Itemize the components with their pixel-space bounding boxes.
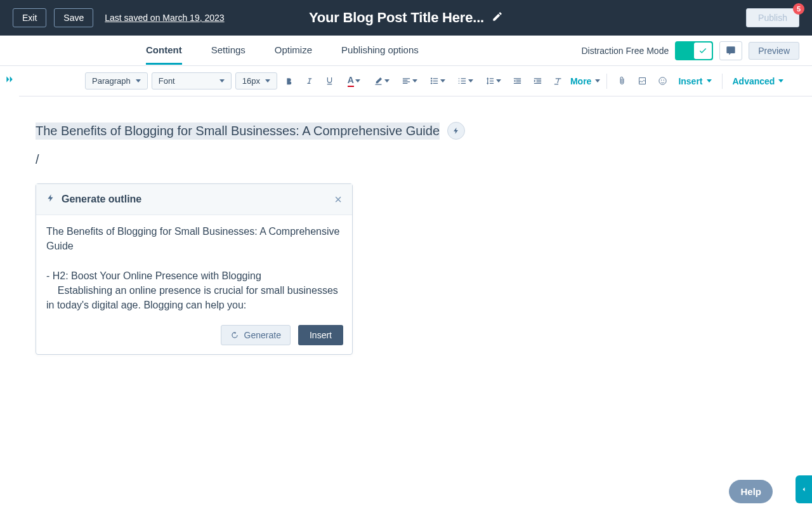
ai-assist-chip[interactable]	[447, 122, 465, 140]
distraction-free-toggle[interactable]	[675, 41, 713, 60]
editor-canvas[interactable]: The Benefits of Blogging for Small Busin…	[19, 96, 812, 515]
tab-bar: Content Settings Optimize Publishing opt…	[0, 36, 812, 66]
more-label: More	[570, 76, 591, 86]
save-button[interactable]: Save	[54, 8, 93, 27]
outline-body-title: The Benefits of Blogging for Small Busin…	[46, 224, 342, 253]
outline-body-text: - H2: Boost Your Online Presence with Bl…	[46, 268, 342, 313]
numbered-list-button[interactable]	[454, 72, 478, 90]
card-body: The Benefits of Blogging for Small Busin…	[36, 215, 352, 319]
publish-button[interactable]: Publish	[746, 8, 799, 27]
caret-icon	[384, 79, 390, 83]
top-bar: Exit Save Last saved on March 19, 2023 Y…	[0, 0, 812, 36]
generate-outline-card: Generate outline × The Benefits of Blogg…	[36, 183, 353, 355]
help-button[interactable]: Help	[729, 480, 773, 503]
exit-button[interactable]: Exit	[13, 8, 46, 27]
headline-row: The Benefits of Blogging for Small Busin…	[36, 122, 796, 140]
indent-button[interactable]	[530, 72, 546, 90]
top-right: Publish 5	[746, 8, 799, 27]
font-size-label: 16px	[242, 76, 260, 86]
tab-content[interactable]: Content	[146, 37, 182, 65]
lightning-icon	[46, 194, 55, 205]
distraction-free-label: Distraction Free Mode	[581, 46, 669, 56]
caret-icon	[412, 79, 417, 83]
caret-icon	[595, 79, 600, 83]
svg-point-4	[661, 80, 662, 81]
more-button[interactable]: More	[570, 76, 600, 86]
page-title[interactable]: Your Blog Post Title Here...	[309, 10, 484, 26]
caret-icon	[440, 79, 445, 83]
paragraph-style-select[interactable]: Paragraph	[85, 72, 148, 89]
caret-icon	[468, 79, 473, 83]
publish-badge: 5	[793, 3, 804, 15]
comments-button[interactable]	[719, 41, 742, 60]
editor-area: Paragraph Font 16px A	[0, 66, 812, 515]
title-wrap: Your Blog Post Title Here...	[309, 10, 503, 26]
outdent-button[interactable]	[509, 72, 526, 90]
svg-point-3	[659, 77, 666, 84]
last-saved-link[interactable]: Last saved on March 19, 2023	[105, 13, 224, 23]
advanced-menu-button[interactable]: Advanced	[729, 76, 788, 86]
font-label: Font	[159, 76, 175, 86]
tab-publishing-options[interactable]: Publishing options	[341, 37, 419, 65]
slash-command-trigger[interactable]: /	[36, 152, 796, 167]
close-icon[interactable]: ×	[334, 193, 342, 206]
toggle-handle	[694, 43, 712, 59]
caret-icon	[778, 79, 783, 83]
caret-icon	[265, 79, 270, 83]
font-select[interactable]: Font	[152, 72, 232, 89]
insert-menu-button[interactable]: Insert	[674, 76, 715, 86]
emoji-button[interactable]	[654, 72, 671, 90]
tabs: Content Settings Optimize Publishing opt…	[146, 37, 419, 65]
edit-title-icon[interactable]	[492, 11, 503, 25]
card-header: Generate outline ×	[36, 184, 352, 215]
align-button[interactable]	[398, 72, 422, 90]
svg-point-2	[431, 83, 433, 84]
card-title: Generate outline	[62, 194, 141, 205]
toolbar-divider	[606, 74, 607, 89]
advanced-label: Advanced	[733, 76, 775, 86]
insert-label: Insert	[678, 76, 702, 86]
generate-button[interactable]: Generate	[221, 325, 291, 345]
bullet-list-button[interactable]	[426, 72, 450, 90]
highlight-color-button[interactable]	[370, 72, 394, 90]
line-height-button[interactable]	[481, 72, 506, 90]
post-headline[interactable]: The Benefits of Blogging for Small Busin…	[36, 122, 440, 140]
tab-settings[interactable]: Settings	[211, 37, 246, 65]
paragraph-style-label: Paragraph	[92, 76, 131, 86]
editor-toolbar: Paragraph Font 16px A	[19, 66, 812, 96]
svg-point-0	[431, 78, 433, 80]
caret-icon	[136, 79, 141, 83]
insert-button[interactable]: Insert	[298, 325, 343, 345]
toolbar-divider	[722, 74, 723, 89]
clear-format-button[interactable]	[550, 72, 566, 90]
italic-button[interactable]	[301, 72, 318, 90]
svg-point-1	[431, 80, 433, 82]
preview-button[interactable]: Preview	[749, 42, 799, 60]
underline-button[interactable]	[322, 72, 338, 90]
caret-icon	[219, 79, 225, 83]
font-size-select[interactable]: 16px	[235, 72, 277, 89]
side-panel-open-icon[interactable]	[796, 475, 812, 503]
generate-label: Generate	[244, 330, 281, 340]
bold-button[interactable]	[281, 72, 298, 90]
tab-optimize[interactable]: Optimize	[275, 37, 312, 65]
attachment-button[interactable]	[613, 72, 630, 90]
expand-panel-icon[interactable]	[0, 70, 19, 89]
caret-icon	[707, 79, 712, 83]
svg-point-5	[664, 80, 665, 81]
image-button[interactable]	[634, 72, 650, 90]
caret-icon	[355, 79, 360, 83]
text-color-button[interactable]: A	[342, 72, 366, 90]
caret-icon	[496, 79, 501, 83]
card-footer: Generate Insert	[36, 319, 352, 354]
